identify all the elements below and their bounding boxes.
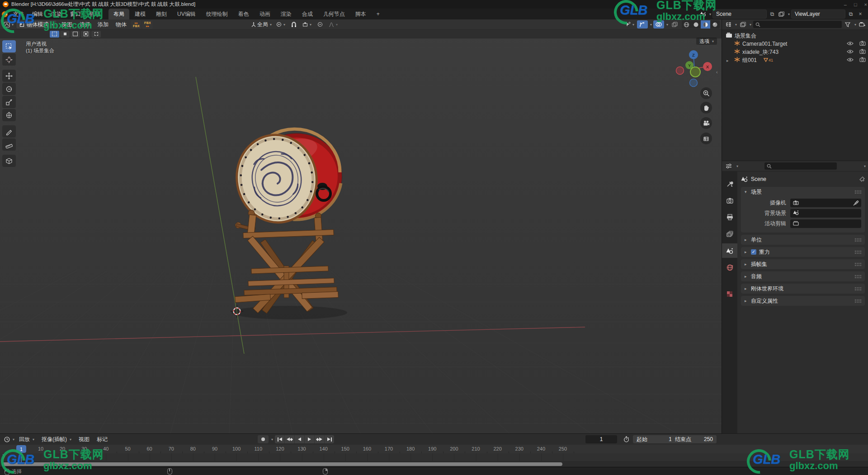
new-collection-button[interactable] [858,20,866,28]
hide-in-viewport-toggle[interactable] [847,49,854,55]
viewlayer-browse-icon[interactable] [778,10,786,18]
workspace-tab-2[interactable]: 雕刻 [151,9,172,19]
panel-grip[interactable] [854,275,861,279]
frame-end-field[interactable]: 结束点250 [671,435,717,443]
menu-4[interactable]: 帮助 [85,9,104,19]
tab-scene[interactable] [722,243,737,258]
timeline-menu-2[interactable]: 视图 [75,436,93,443]
gizmos-toggle-button[interactable] [637,20,648,28]
panel-grip[interactable] [854,250,861,254]
shading-solid-button[interactable] [691,20,701,28]
panel-grip[interactable] [854,190,861,194]
camera-view-button[interactable] [700,117,712,129]
outliner-editor-chevron-icon[interactable]: ▾ [735,23,737,27]
previous-keyframe-button[interactable] [285,435,295,443]
panel-header-3[interactable]: ▸ 插帧集 [741,259,865,269]
hide-in-viewport-toggle[interactable] [847,41,854,47]
snap-toggle-button[interactable] [288,20,299,28]
add-workspace-button[interactable]: + [372,11,385,17]
field-input-1[interactable] [790,209,861,218]
disable-in-render-toggle[interactable] [859,49,866,55]
pivot-point-dropdown[interactable]: ▾ [275,20,287,28]
next-keyframe-button[interactable] [315,435,325,443]
minimize-button[interactable]: – [844,2,847,7]
tool-measure[interactable] [2,138,16,151]
outliner-row-2[interactable]: ▸ 组001 41 [722,56,868,64]
panel-header-4[interactable]: ▸ 音频 [741,271,865,281]
snap-settings-dropdown[interactable]: ▾ [301,20,313,28]
field-input-0[interactable] [790,199,861,207]
proportional-editing-button[interactable] [315,20,326,28]
outliner-display-mode-dropdown[interactable] [739,20,747,28]
hide-in-viewport-toggle[interactable] [847,57,854,63]
playhead-badge[interactable]: 1 [16,445,26,453]
pan-hand-button[interactable] [700,102,712,114]
jump-to-end-button[interactable] [325,435,334,443]
viewlayer-remove-icon[interactable]: × [856,10,864,18]
mode-dropdown[interactable]: 物体模式 ▾ [16,20,57,29]
channels-expand-arrow[interactable]: ❯ [2,454,5,459]
breadcrumb-scene-label[interactable]: Scene [751,176,766,182]
workspace-tab-7[interactable]: 渲染 [276,9,297,19]
select-mode-extend-button[interactable] [60,31,70,38]
export-fbx-button[interactable]: FBX▸▸ [142,20,153,29]
panel-grip[interactable] [854,299,861,303]
tab-world[interactable] [722,260,737,275]
overlays-toggle-button[interactable] [653,20,664,28]
scene-browse-icon[interactable] [699,10,707,18]
panel-grip[interactable] [854,238,861,242]
panel-header-1[interactable]: ▸ 单位 [741,235,865,245]
outliner-row-0[interactable]: Camera001.Target [722,40,868,48]
gizmo-negative-z-axis[interactable] [690,79,698,87]
xray-toggle-button[interactable] [670,20,680,28]
jump-to-start-button[interactable] [275,435,285,443]
viewport-menu-2[interactable]: 添加 [94,19,112,29]
gizmo-negative-y-axis[interactable] [690,67,700,77]
timeline-horizontal-scrollbar[interactable] [2,462,562,466]
timeline-editor-chevron-icon[interactable]: ▾ [13,437,14,442]
frame-start-field[interactable]: 起始1 [633,435,675,443]
tool-annotate[interactable] [2,125,16,138]
select-mode-set-button[interactable] [50,31,59,38]
tool-cursor[interactable] [2,53,16,66]
viewport-menu-0[interactable]: 视图 [58,19,76,29]
tab-texture[interactable] [722,287,737,301]
timeline-tracks[interactable] [0,453,868,461]
timeline-ruler[interactable]: 1 10203040506070809010011012013014015016… [0,445,868,453]
tool-move[interactable] [2,70,16,82]
select-mode-intersect-button[interactable] [91,31,101,38]
editor-type-button[interactable]: ▾ [2,20,15,28]
workspace-tab-0[interactable]: 布局 [108,9,129,19]
panel-header-6[interactable]: ▸ 自定义属性 [741,296,865,306]
outliner-row-1[interactable]: xiadele_块:743 [722,48,868,56]
shading-wireframe-button[interactable] [682,20,691,28]
proportional-falloff-dropdown[interactable]: ▾ [327,20,339,28]
tab-tool[interactable] [722,176,737,191]
playhead-line[interactable] [21,453,22,462]
properties-editor-chevron-icon[interactable]: ▾ [736,164,738,168]
panel-header-5[interactable]: ▸ 刚体世界环境 [741,284,865,294]
viewlayer-browse-chevron-icon[interactable]: ▾ [788,12,790,16]
menu-3[interactable]: 窗口 [66,9,85,19]
import-fbx-button[interactable]: ▸▸FBX [131,20,142,29]
tool-rotate[interactable] [2,83,16,95]
tool-transform[interactable] [2,109,16,121]
menu-2[interactable]: 渲染 [47,9,66,19]
panel-grip[interactable] [854,262,861,266]
blender-menu-icon[interactable] [0,10,9,19]
outliner-search-input[interactable] [753,21,842,28]
viewport-menu-3[interactable]: 物体 [112,19,130,29]
transform-orientation-dropdown[interactable]: 全局▾ [250,20,273,28]
outliner-editor-type-button[interactable] [724,20,732,28]
gizmos-dropdown-chevron-icon[interactable]: ▾ [650,23,652,27]
scene-new-icon[interactable]: ⧉ [768,10,776,18]
disable-in-render-toggle[interactable] [859,57,866,63]
orthographic-toggle-button[interactable] [700,133,712,144]
select-mode-invert-button[interactable] [81,31,90,38]
properties-editor-type-button[interactable] [725,162,733,170]
timeline-menu-3[interactable]: 标记 [93,436,111,443]
properties-options-chevron-icon[interactable]: ▾ [864,164,866,168]
tab-output[interactable] [722,210,737,224]
workspace-tab-9[interactable]: 几何节点 [318,9,350,19]
scene-name-field[interactable]: Scene [712,10,767,19]
